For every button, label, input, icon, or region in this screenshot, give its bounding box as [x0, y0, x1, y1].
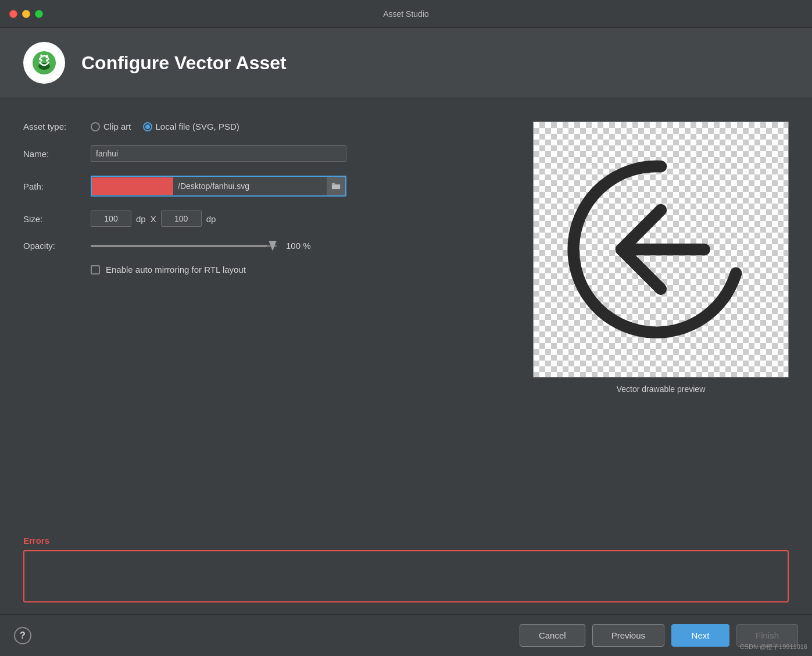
app-icon: [23, 42, 65, 84]
cancel-button[interactable]: Cancel: [520, 624, 585, 647]
path-row: Path:: [23, 176, 510, 197]
opacity-value: 100 %: [286, 241, 315, 251]
size-row: Size: dp X dp: [23, 211, 510, 227]
svg-line-11: [621, 249, 661, 289]
title-bar: Asset Studio: [0, 0, 812, 28]
errors-box: [23, 550, 789, 602]
asset-type-group: Clip art Local file (SVG, PSD): [91, 122, 239, 131]
rtl-checkbox[interactable]: [91, 265, 100, 274]
size-separator: X: [151, 214, 156, 224]
bottom-bar: ? Cancel Previous Next Finish: [0, 614, 812, 656]
minimize-button[interactable]: [22, 10, 30, 18]
errors-section: Errors: [0, 536, 812, 614]
android-studio-icon: [30, 49, 58, 77]
size-unit-w: dp: [136, 214, 146, 224]
main-content: Configure Vector Asset Asset type: Clip …: [0, 28, 812, 614]
opacity-control: 100 %: [91, 241, 315, 251]
header-section: Configure Vector Asset: [0, 28, 812, 98]
svg-rect-8: [332, 185, 340, 189]
name-label: Name:: [23, 149, 81, 159]
traffic-lights: [9, 10, 43, 18]
name-row: Name: fanhui: [23, 145, 510, 162]
close-button[interactable]: [9, 10, 17, 18]
rtl-checkbox-row[interactable]: Enable auto mirroring for RTL layout: [91, 265, 246, 274]
size-inputs: dp X dp: [91, 211, 216, 227]
asset-type-label: Asset type:: [23, 122, 81, 131]
opacity-label: Opacity:: [23, 241, 81, 251]
rtl-row: Enable auto mirroring for RTL layout: [23, 265, 510, 274]
page-title: Configure Vector Asset: [81, 52, 287, 74]
opacity-slider-track[interactable]: [91, 245, 277, 247]
opacity-row: Opacity: 100 %: [23, 241, 510, 251]
size-label: Size:: [23, 214, 81, 224]
errors-title: Errors: [23, 536, 789, 546]
form-left: Asset type: Clip art Local file (SVG, PS…: [23, 122, 510, 524]
path-browse-button[interactable]: [327, 177, 345, 195]
path-input[interactable]: [173, 179, 327, 194]
path-red-highlight: [92, 177, 173, 195]
radio-clip-art-circle[interactable]: [91, 122, 100, 131]
opacity-slider-thumb[interactable]: [269, 241, 277, 251]
help-button[interactable]: ?: [14, 627, 31, 644]
svg-point-4: [40, 59, 42, 62]
svg-line-10: [621, 210, 661, 249]
radio-clip-art-label: Clip art: [103, 122, 131, 131]
previous-button[interactable]: Previous: [592, 624, 664, 647]
form-right: Vector drawable preview: [533, 122, 789, 524]
next-button[interactable]: Next: [671, 624, 729, 647]
opacity-slider-fill: [91, 245, 267, 247]
path-input-wrapper: [91, 176, 346, 197]
radio-local-file-label: Local file (SVG, PSD): [156, 122, 239, 131]
radio-local-file[interactable]: Local file (SVG, PSD): [143, 122, 239, 131]
vector-preview-svg: [562, 151, 760, 348]
svg-point-5: [46, 59, 48, 62]
folder-icon: [331, 182, 341, 190]
preview-label: Vector drawable preview: [617, 384, 706, 394]
radio-clip-art[interactable]: Clip art: [91, 122, 131, 131]
bottom-left: ?: [14, 627, 31, 644]
size-unit-h: dp: [206, 214, 216, 224]
radio-local-file-circle[interactable]: [143, 122, 152, 131]
window-title: Asset Studio: [383, 9, 429, 19]
asset-type-row: Asset type: Clip art Local file (SVG, PS…: [23, 122, 510, 131]
size-height-input[interactable]: [161, 211, 202, 227]
size-width-input[interactable]: [91, 211, 131, 227]
watermark: CSDN @橙子19911016: [740, 643, 807, 651]
rtl-label: Enable auto mirroring for RTL layout: [106, 265, 246, 274]
maximize-button[interactable]: [35, 10, 43, 18]
name-input[interactable]: fanhui: [91, 145, 346, 162]
form-section: Asset type: Clip art Local file (SVG, PS…: [0, 98, 812, 536]
path-label: Path:: [23, 181, 81, 191]
preview-canvas: [533, 122, 789, 377]
